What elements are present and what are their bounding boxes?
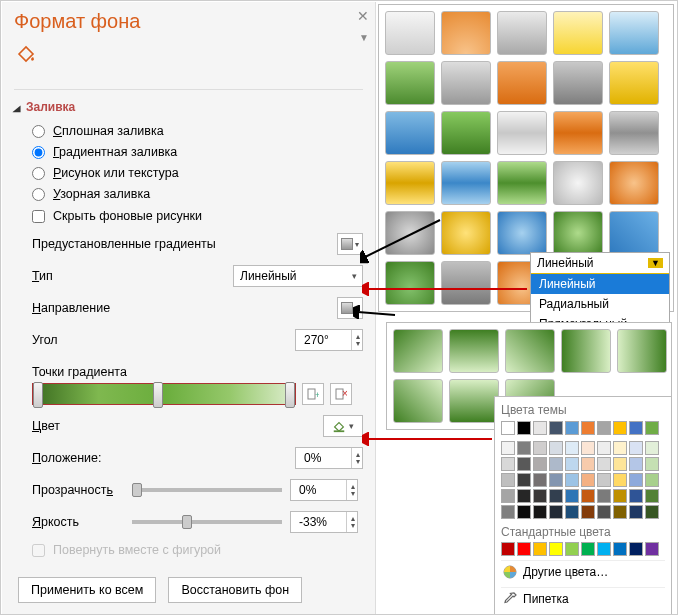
gradient-preset-swatch[interactable]	[553, 11, 603, 55]
theme-color-swatch[interactable]	[597, 473, 611, 487]
radio-picture-fill[interactable]: Рисунок или текстура	[32, 166, 363, 180]
gradient-preset-swatch[interactable]	[441, 11, 491, 55]
theme-color-swatch[interactable]	[645, 421, 659, 435]
theme-color-swatch[interactable]	[501, 441, 515, 455]
theme-color-swatch[interactable]	[565, 441, 579, 455]
gradient-preset-swatch[interactable]	[385, 161, 435, 205]
theme-color-swatch[interactable]	[613, 421, 627, 435]
radio-solid-fill[interactable]: Сплошная заливка	[32, 124, 363, 138]
theme-color-swatch[interactable]	[597, 457, 611, 471]
type-combo[interactable]: Линейный▼	[531, 253, 669, 274]
close-icon[interactable]: ✕	[357, 8, 369, 24]
theme-color-swatch[interactable]	[533, 421, 547, 435]
gradient-preset-swatch[interactable]	[553, 211, 603, 255]
theme-color-swatch[interactable]	[645, 489, 659, 503]
theme-color-swatch[interactable]	[613, 473, 627, 487]
add-stop-button[interactable]: +	[302, 383, 324, 405]
standard-color-swatch[interactable]	[581, 542, 595, 556]
fill-color-dropdown[interactable]: ▾	[323, 415, 363, 437]
theme-color-swatch[interactable]	[613, 489, 627, 503]
theme-color-swatch[interactable]	[565, 505, 579, 519]
radio-pattern-fill[interactable]: Узорная заливка	[32, 187, 363, 201]
theme-color-swatch[interactable]	[613, 505, 627, 519]
theme-color-swatch[interactable]	[501, 421, 515, 435]
theme-color-swatch[interactable]	[597, 441, 611, 455]
theme-color-swatch[interactable]	[629, 421, 643, 435]
theme-color-swatch[interactable]	[581, 505, 595, 519]
gradient-preset-swatch[interactable]	[553, 111, 603, 155]
gradient-preset-swatch[interactable]	[441, 161, 491, 205]
expand-icon[interactable]: ▼	[359, 32, 369, 43]
gradient-preset-swatch[interactable]	[385, 111, 435, 155]
theme-color-swatch[interactable]	[629, 457, 643, 471]
gradient-stop[interactable]	[153, 382, 163, 408]
theme-color-swatch[interactable]	[501, 473, 515, 487]
theme-color-swatch[interactable]	[501, 505, 515, 519]
type-select[interactable]: Линейный▾	[233, 265, 363, 287]
fill-section-header[interactable]: Заливка	[14, 89, 363, 114]
direction-swatch[interactable]	[561, 329, 611, 373]
theme-color-swatch[interactable]	[581, 421, 595, 435]
standard-color-swatch[interactable]	[613, 542, 627, 556]
eyedropper-item[interactable]: Пипетка	[501, 587, 665, 610]
apply-to-all-button[interactable]: Применить ко всем	[18, 577, 156, 603]
theme-color-swatch[interactable]	[501, 489, 515, 503]
standard-color-swatch[interactable]	[565, 542, 579, 556]
theme-color-swatch[interactable]	[565, 473, 579, 487]
theme-color-swatch[interactable]	[549, 489, 563, 503]
theme-color-swatch[interactable]	[581, 489, 595, 503]
theme-color-swatch[interactable]	[517, 421, 531, 435]
gradient-preset-swatch[interactable]	[385, 61, 435, 105]
theme-color-swatch[interactable]	[629, 505, 643, 519]
theme-color-swatch[interactable]	[645, 505, 659, 519]
gradient-preset-swatch[interactable]	[497, 111, 547, 155]
gradient-preset-swatch[interactable]	[609, 111, 659, 155]
theme-color-swatch[interactable]	[581, 441, 595, 455]
theme-color-swatch[interactable]	[565, 457, 579, 471]
gradient-preset-swatch[interactable]	[441, 211, 491, 255]
theme-color-swatch[interactable]	[533, 457, 547, 471]
gradient-preset-swatch[interactable]	[609, 161, 659, 205]
theme-color-swatch[interactable]	[613, 457, 627, 471]
direction-dropdown[interactable]: ▾	[337, 297, 363, 319]
theme-color-swatch[interactable]	[581, 473, 595, 487]
reset-background-button[interactable]: Восстановить фон	[168, 577, 302, 603]
gradient-preset-swatch[interactable]	[385, 11, 435, 55]
standard-color-swatch[interactable]	[645, 542, 659, 556]
theme-color-swatch[interactable]	[581, 457, 595, 471]
theme-color-swatch[interactable]	[549, 441, 563, 455]
position-spinner[interactable]: 0%▴▾	[295, 447, 363, 469]
standard-color-swatch[interactable]	[517, 542, 531, 556]
direction-swatch[interactable]	[505, 329, 555, 373]
direction-swatch[interactable]	[617, 329, 667, 373]
theme-color-swatch[interactable]	[645, 457, 659, 471]
gradient-stop[interactable]	[33, 382, 43, 408]
theme-color-swatch[interactable]	[517, 505, 531, 519]
gradient-stop[interactable]	[285, 382, 295, 408]
theme-color-swatch[interactable]	[645, 441, 659, 455]
theme-color-swatch[interactable]	[549, 421, 563, 435]
paint-bucket-icon[interactable]	[14, 41, 38, 65]
brightness-slider[interactable]	[132, 520, 282, 524]
gradient-preset-swatch[interactable]	[497, 61, 547, 105]
theme-color-swatch[interactable]	[549, 457, 563, 471]
gradient-preset-swatch[interactable]	[609, 11, 659, 55]
brightness-spinner[interactable]: -33%▴▾	[290, 511, 358, 533]
gradient-preset-swatch[interactable]	[497, 211, 547, 255]
theme-color-swatch[interactable]	[565, 489, 579, 503]
angle-spinner[interactable]: 270°▴▾	[295, 329, 363, 351]
theme-color-swatch[interactable]	[517, 489, 531, 503]
transparency-spinner[interactable]: 0%▴▾	[290, 479, 358, 501]
theme-color-swatch[interactable]	[501, 457, 515, 471]
theme-color-swatch[interactable]	[629, 441, 643, 455]
transparency-slider[interactable]	[132, 488, 282, 492]
radio-gradient-fill[interactable]: Градиентная заливка	[32, 145, 363, 159]
standard-color-swatch[interactable]	[629, 542, 643, 556]
theme-color-swatch[interactable]	[533, 505, 547, 519]
type-option[interactable]: Радиальный	[531, 294, 669, 314]
standard-color-swatch[interactable]	[501, 542, 515, 556]
gradient-preset-swatch[interactable]	[553, 61, 603, 105]
theme-color-swatch[interactable]	[629, 473, 643, 487]
theme-color-swatch[interactable]	[565, 421, 579, 435]
gradient-preset-swatch[interactable]	[441, 261, 491, 305]
